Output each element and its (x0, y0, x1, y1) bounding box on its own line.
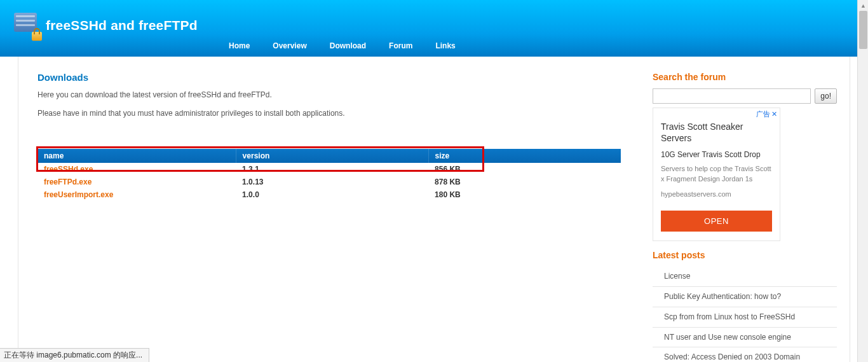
ad-title: Travis Scott Sneaker Servers (661, 121, 772, 144)
cell-version: 1.3.1 (236, 163, 428, 176)
ad-close-icon[interactable]: ✕ (771, 110, 777, 118)
table-row: freeFTPd.exe1.0.13878 KB (37, 176, 621, 188)
cell-name: freeSSHd.exe (37, 163, 236, 176)
cell-version: 1.0.13 (236, 176, 428, 188)
search-row: go! (653, 88, 837, 104)
cell-size: 856 KB (428, 163, 621, 176)
latest-posts: Latest posts LicensePublic Key Authentic… (653, 250, 837, 362)
main-content: Downloads Here you can download the late… (18, 57, 640, 362)
nav-overview[interactable]: Overview (273, 41, 306, 50)
ad-subtitle: 10G Server Travis Scott Drop (661, 150, 772, 159)
content-container: Downloads Here you can download the late… (18, 57, 850, 362)
server-lock-icon (13, 11, 41, 39)
latest-posts-heading: Latest posts (653, 250, 837, 260)
page-title: Downloads (37, 72, 621, 83)
th-version: version (236, 149, 428, 163)
table-header-row: name version size (37, 149, 621, 163)
browser-status-bar: 正在等待 image6.pubmatic.com 的响应... (0, 348, 149, 362)
page-desc-1: Here you can download the latest version… (37, 89, 621, 101)
page-desc-2: Please have in mind that you must have a… (37, 108, 621, 120)
download-link[interactable]: freeSSHd.exe (44, 165, 93, 174)
post-item[interactable]: Public Key Authentication: how to? (653, 287, 837, 307)
cell-size: 878 KB (428, 176, 621, 188)
vertical-scrollbar[interactable]: ▲ (857, 0, 868, 362)
logo-area: freeSSHd and freeFTPd (13, 0, 868, 39)
post-item[interactable]: NT user and Use new console engine (653, 328, 837, 348)
ad-label: 广告 ✕ (756, 109, 777, 119)
ad-box[interactable]: 广告 ✕ Travis Scott Sneaker Servers 10G Se… (653, 108, 780, 241)
nav-links[interactable]: Links (435, 41, 455, 50)
table-row: freeSSHd.exe1.3.1856 KB (37, 163, 621, 176)
ad-cta-button[interactable]: OPEN (661, 211, 772, 232)
th-size: size (428, 149, 621, 163)
site-header: freeSSHd and freeFTPd Home Overview Down… (0, 0, 868, 57)
nav-home[interactable]: Home (229, 41, 250, 50)
site-title: freeSSHd and freeFTPd (46, 18, 198, 33)
th-name: name (37, 149, 236, 163)
post-item[interactable]: License (653, 267, 837, 287)
sidebar: Search the forum go! 广告 ✕ Travis Scott S… (640, 57, 850, 362)
cell-version: 1.0.0 (236, 188, 428, 201)
scroll-up-icon[interactable]: ▲ (858, 0, 868, 11)
nav-download[interactable]: Download (330, 41, 366, 50)
cell-name: freeFTPd.exe (37, 176, 236, 188)
ad-domain: hypebeastservers.com (661, 190, 772, 198)
scroll-thumb[interactable] (859, 11, 867, 49)
cell-name: freeUserImport.exe (37, 188, 236, 201)
post-item[interactable]: Solved: Access Denied on 2003 Domain Con… (653, 347, 837, 362)
search-heading: Search the forum (653, 72, 837, 82)
downloads-table: name version size freeSSHd.exe1.3.1856 K… (37, 149, 621, 201)
main-nav: Home Overview Download Forum Links (229, 41, 456, 50)
download-link[interactable]: freeFTPd.exe (44, 178, 92, 186)
search-input[interactable] (653, 88, 811, 104)
cell-size: 180 KB (428, 188, 621, 201)
download-link[interactable]: freeUserImport.exe (44, 190, 113, 199)
nav-forum[interactable]: Forum (389, 41, 412, 50)
ad-desc: Servers to help cop the Travis Scott x F… (661, 164, 772, 184)
table-row: freeUserImport.exe1.0.0180 KB (37, 188, 621, 201)
go-button[interactable]: go! (815, 88, 837, 104)
post-item[interactable]: Scp from from Linux host to FreeSSHd (653, 307, 837, 328)
post-list: LicensePublic Key Authentication: how to… (653, 267, 837, 362)
